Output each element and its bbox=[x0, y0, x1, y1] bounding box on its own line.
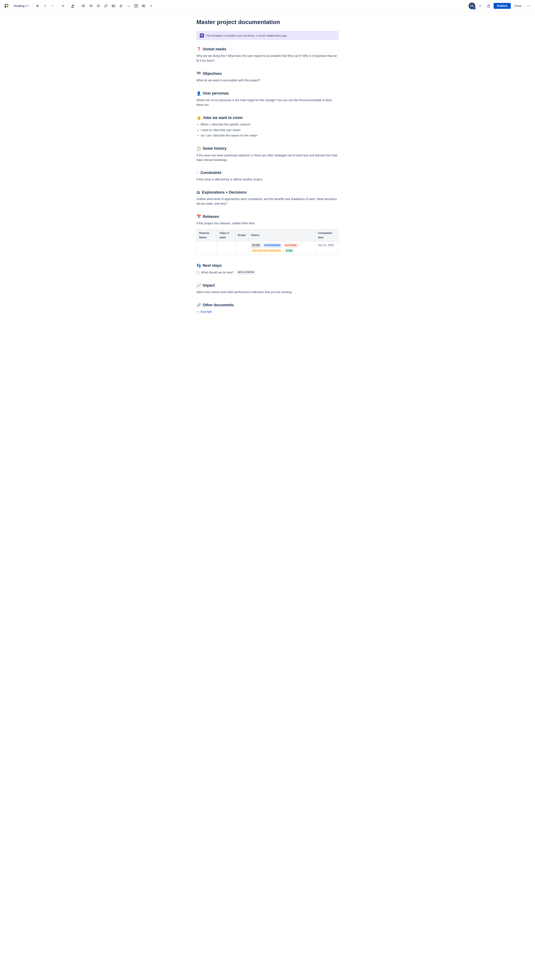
svg-rect-13 bbox=[90, 6, 92, 6]
list-item: I want to <describe user need> bbox=[201, 128, 338, 132]
col-header-value-adds: Value it adds bbox=[217, 229, 235, 242]
next-step-checkbox[interactable] bbox=[197, 271, 199, 274]
text-color-button[interactable]: A ▾ bbox=[70, 3, 76, 9]
status-badge-blocked[interactable]: BLOCKED bbox=[284, 243, 298, 248]
avatar[interactable]: CK bbox=[468, 3, 475, 9]
heading-selector[interactable]: Heading 2 ▾ bbox=[12, 3, 31, 9]
user-personas-body[interactable]: Which one of our personas is the main ta… bbox=[197, 98, 338, 107]
set-status-badge[interactable]: SET A STATUS bbox=[237, 270, 256, 275]
text-color-chevron-icon: ▾ bbox=[73, 5, 75, 7]
section-heading-some-history[interactable]: 📋 Some history bbox=[197, 146, 338, 151]
cell-status[interactable]: TO DO / IN PROGRESS / BLOCKED / WAITING … bbox=[248, 242, 315, 255]
svg-rect-23 bbox=[487, 6, 490, 7]
status-badge-inprogress[interactable]: IN PROGRESS bbox=[263, 243, 281, 248]
section-some-history: 📋 Some history If the issue has been pre… bbox=[197, 146, 338, 162]
sep-4: / bbox=[283, 249, 284, 253]
cell-release-name[interactable] bbox=[197, 242, 217, 255]
releases-emoji: 📅 bbox=[197, 214, 201, 219]
section-other-docs: 🔗 Other documents Example bbox=[197, 303, 338, 314]
italic-button[interactable]: I bbox=[42, 3, 49, 9]
sep-2: / bbox=[283, 243, 283, 247]
section-heading-other-docs[interactable]: 🔗 Other documents bbox=[197, 303, 338, 307]
section-heading-unmet-needs[interactable]: ❓ Unmet needs bbox=[197, 47, 338, 51]
logo-button[interactable] bbox=[3, 3, 10, 9]
info-banner: M This template is brought to you by Mur… bbox=[197, 31, 338, 40]
section-heading-next-steps[interactable]: 👣 Next steps bbox=[197, 263, 338, 268]
section-unmet-needs: ❓ Unmet needs Why are we doing this? Wha… bbox=[197, 47, 338, 63]
image-button[interactable] bbox=[110, 3, 117, 9]
svg-rect-9 bbox=[83, 6, 85, 7]
table-insert-button[interactable] bbox=[133, 3, 140, 9]
svg-point-4 bbox=[82, 5, 83, 5]
unmet-needs-emoji: ❓ bbox=[197, 47, 201, 51]
col-header-release-name: Release Name bbox=[197, 229, 217, 242]
other-docs-emoji: 🔗 bbox=[197, 303, 201, 307]
list-item: Example bbox=[201, 309, 338, 314]
svg-rect-5 bbox=[83, 5, 85, 5]
section-heading-objectives[interactable]: 🏁 Objectives bbox=[197, 71, 338, 76]
avatar-initials: CK bbox=[470, 5, 473, 7]
objectives-body[interactable]: What do we want to accomplish with this … bbox=[197, 78, 338, 83]
toolbar-left: Heading 2 ▾ B I ··· ≡ ▾ A ▾ 1.2.3. ☑ bbox=[3, 3, 468, 9]
section-jobs: 👍 Jobs we want to cover When I <describe… bbox=[197, 115, 338, 138]
numbered-list-button[interactable]: 1.2.3. bbox=[87, 3, 94, 9]
objectives-emoji: 🏁 bbox=[197, 71, 201, 76]
jobs-emoji: 👍 bbox=[197, 115, 201, 120]
section-objectives: 🏁 Objectives What do we want to accompli… bbox=[197, 71, 338, 83]
toolbar: Heading 2 ▾ B I ··· ≡ ▾ A ▾ 1.2.3. ☑ bbox=[0, 0, 535, 12]
status-badge-done[interactable]: DONE bbox=[285, 248, 294, 253]
list-item: So I can <describe the reason for the ne… bbox=[201, 133, 338, 138]
jobs-list: When I <describe the specific context> I… bbox=[197, 122, 338, 138]
some-history-body[interactable]: If the issue has been previously explore… bbox=[197, 153, 338, 162]
insert-more-button[interactable]: + bbox=[148, 3, 154, 9]
close-button[interactable]: Close bbox=[513, 3, 523, 9]
unmet-needs-body[interactable]: Why are we doing this? What does the use… bbox=[197, 54, 338, 63]
status-badge-todo[interactable]: TO DO bbox=[251, 243, 261, 248]
more-options-button[interactable]: ··· bbox=[525, 3, 532, 9]
section-heading-constraints[interactable]: ·· Constraints bbox=[197, 170, 338, 175]
add-collaborator-button[interactable]: + bbox=[477, 3, 484, 9]
section-heading-releases[interactable]: 📅 Releases bbox=[197, 214, 338, 219]
publish-button[interactable]: Publish bbox=[494, 3, 511, 9]
more-format-button[interactable]: ··· bbox=[49, 3, 56, 9]
impact-body[interactable]: Add in key metrics and other performance… bbox=[197, 290, 338, 294]
section-user-personas: 👤 User personas Which one of our persona… bbox=[197, 91, 338, 107]
section-heading-user-personas[interactable]: 👤 User personas bbox=[197, 91, 338, 96]
page-title[interactable]: Master project documentation bbox=[197, 18, 338, 26]
svg-rect-7 bbox=[83, 6, 85, 6]
task-button[interactable]: ☑ bbox=[95, 3, 102, 9]
constraints-body[interactable]: If this issue is affected by or affects … bbox=[197, 177, 338, 182]
section-heading-impact[interactable]: 📈 Impact bbox=[197, 283, 338, 288]
explorations-body[interactable]: Outline what kinds of approaches were co… bbox=[197, 197, 338, 206]
columns-button[interactable] bbox=[140, 3, 147, 9]
bold-button[interactable]: B bbox=[34, 3, 41, 9]
table-row: TO DO / IN PROGRESS / BLOCKED / WAITING … bbox=[197, 242, 338, 255]
sep-1: / bbox=[262, 243, 262, 247]
cell-scope[interactable] bbox=[235, 242, 248, 255]
svg-point-8 bbox=[82, 6, 83, 7]
cell-completed-date[interactable]: Jan 21, 2020 bbox=[315, 242, 338, 255]
next-step-label: What should we do next? bbox=[201, 270, 234, 275]
status-badge-waiting[interactable]: WAITING FOR FEEDBACK bbox=[251, 248, 283, 253]
next-steps-emoji: 👣 bbox=[197, 263, 201, 268]
align-button[interactable]: ≡ ▾ bbox=[60, 3, 66, 9]
svg-rect-1 bbox=[7, 4, 8, 5]
svg-rect-0 bbox=[5, 4, 6, 5]
svg-rect-15 bbox=[90, 6, 92, 7]
lock-button[interactable] bbox=[485, 3, 492, 9]
other-docs-list: Example bbox=[197, 309, 338, 314]
section-heading-jobs[interactable]: 👍 Jobs we want to cover bbox=[197, 115, 338, 120]
emoji-button[interactable]: ☺ bbox=[125, 3, 132, 9]
bullet-list-button[interactable] bbox=[80, 3, 87, 9]
svg-text:3.: 3. bbox=[89, 6, 90, 7]
svg-rect-21 bbox=[142, 5, 143, 7]
link-button[interactable] bbox=[103, 3, 109, 9]
section-heading-explorations[interactable]: 🗂 Explorations + Decisions bbox=[197, 190, 338, 195]
svg-rect-3 bbox=[7, 6, 8, 8]
section-impact: 📈 Impact Add in key metrics and other pe… bbox=[197, 283, 338, 294]
mention-button[interactable]: @ bbox=[117, 3, 124, 9]
section-releases: 📅 Releases If this project has releases,… bbox=[197, 214, 338, 255]
list-item: When I <describe the specific context> bbox=[201, 122, 338, 127]
content-area: Master project documentation M This temp… bbox=[188, 12, 347, 339]
cell-value-adds[interactable] bbox=[217, 242, 235, 255]
